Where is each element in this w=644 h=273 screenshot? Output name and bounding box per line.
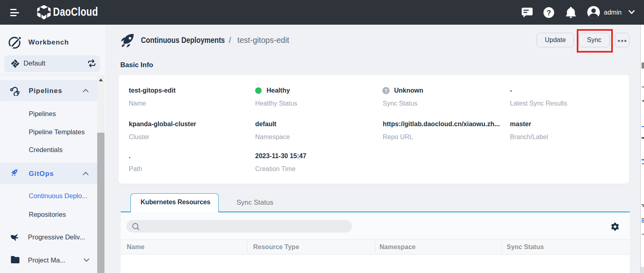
svg-text:?: ?	[384, 88, 387, 94]
svg-text:?: ?	[547, 9, 551, 17]
